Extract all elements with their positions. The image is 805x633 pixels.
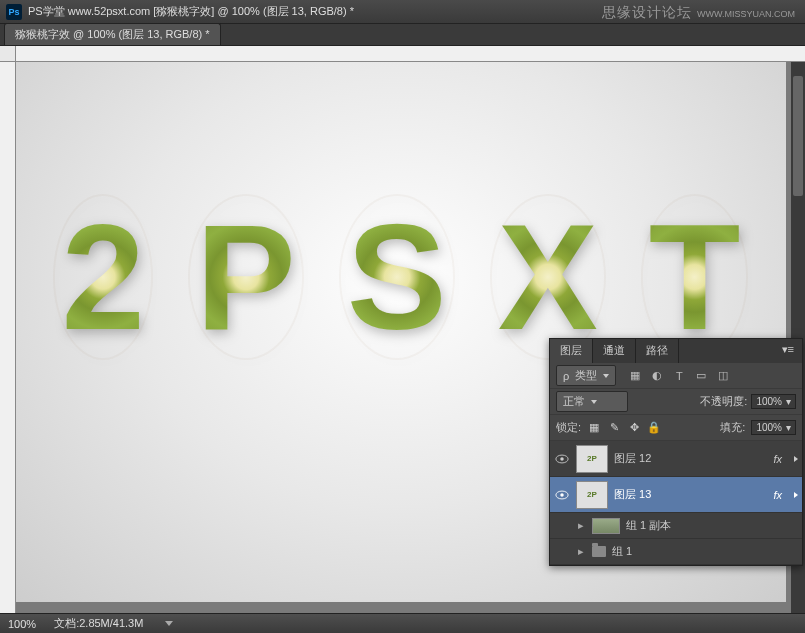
fx-badge[interactable]: fx: [773, 453, 784, 465]
statusbar-menu-icon[interactable]: [165, 621, 173, 626]
opacity-input[interactable]: 100%▾: [751, 394, 796, 409]
scrollbar-thumb[interactable]: [793, 76, 803, 196]
layer-name[interactable]: 图层 12: [614, 451, 651, 466]
layer-name[interactable]: 图层 13: [614, 487, 651, 502]
tab-paths[interactable]: 路径: [636, 339, 679, 363]
expand-icon[interactable]: ▸: [576, 519, 586, 532]
layer-list: 2P 图层 12 fx 2P 图层 13 fx ▸ 组 1 副本 ▸ 组 1: [550, 441, 802, 565]
filter-smart-icon[interactable]: ◫: [716, 369, 730, 383]
filter-adjust-icon[interactable]: ◐: [650, 369, 664, 383]
visibility-toggle[interactable]: [554, 544, 570, 560]
layer-filter-row: ρ类型 ▦ ◐ T ▭ ◫: [550, 363, 802, 389]
visibility-toggle[interactable]: [554, 451, 570, 467]
filter-shape-icon[interactable]: ▭: [694, 369, 708, 383]
folder-icon: [592, 546, 606, 557]
panel-menu-icon[interactable]: ▾≡: [774, 339, 802, 363]
fill-input[interactable]: 100%▾: [751, 420, 796, 435]
opacity-label: 不透明度:: [700, 394, 747, 409]
document-tabbar: 猕猴桃字效 @ 100% (图层 13, RGB/8) *: [0, 24, 805, 46]
layer-thumbnail[interactable]: 2P: [576, 445, 608, 473]
layer-name[interactable]: 组 1 副本: [626, 518, 671, 533]
expand-icon[interactable]: ▸: [576, 545, 586, 558]
fx-expand-icon[interactable]: [794, 492, 798, 498]
docsize[interactable]: 文档:2.85M/41.3M: [54, 616, 143, 631]
tab-channels[interactable]: 通道: [593, 339, 636, 363]
lock-paint-icon[interactable]: ✎: [607, 421, 621, 435]
artwork-text: 2 P S X T: [36, 202, 766, 352]
svg-point-3: [560, 493, 564, 497]
lock-label: 锁定:: [556, 420, 581, 435]
fx-badge[interactable]: fx: [773, 489, 784, 501]
ruler-vertical[interactable]: [0, 62, 16, 613]
ruler-horizontal[interactable]: [16, 46, 805, 62]
layer-name[interactable]: 组 1: [612, 544, 632, 559]
blend-row: 正常 不透明度: 100%▾: [550, 389, 802, 415]
group-thumbnail[interactable]: [592, 518, 620, 534]
tab-layers[interactable]: 图层: [550, 339, 593, 363]
visibility-toggle[interactable]: [554, 487, 570, 503]
fill-label: 填充:: [720, 420, 745, 435]
watermark: 思缘设计论坛 WWW.MISSYUAN.COM: [602, 4, 795, 22]
layer-row[interactable]: ▸ 组 1: [550, 539, 802, 565]
layers-panel: 图层 通道 路径 ▾≡ ρ类型 ▦ ◐ T ▭ ◫ 正常 不透明度: 100%▾…: [549, 338, 803, 566]
layer-row[interactable]: 2P 图层 13 fx: [550, 477, 802, 513]
statusbar: 100% 文档:2.85M/41.3M: [0, 613, 805, 633]
document-tab[interactable]: 猕猴桃字效 @ 100% (图层 13, RGB/8) *: [4, 23, 221, 45]
fx-expand-icon[interactable]: [794, 456, 798, 462]
blend-mode-dropdown[interactable]: 正常: [556, 391, 628, 412]
filter-type-icon[interactable]: T: [672, 369, 686, 383]
visibility-toggle[interactable]: [554, 518, 570, 534]
window-title: PS学堂 www.52psxt.com [猕猴桃字效] @ 100% (图层 1…: [28, 4, 354, 19]
svg-point-1: [560, 457, 564, 461]
ruler-corner: [0, 46, 16, 62]
layer-row[interactable]: ▸ 组 1 副本: [550, 513, 802, 539]
layer-thumbnail[interactable]: 2P: [576, 481, 608, 509]
zoom-level[interactable]: 100%: [8, 618, 36, 630]
panel-tabs: 图层 通道 路径 ▾≡: [550, 339, 802, 363]
lock-all-icon[interactable]: 🔒: [647, 421, 661, 435]
lock-row: 锁定: ▦ ✎ ✥ 🔒 填充: 100%▾: [550, 415, 802, 441]
filter-kind-dropdown[interactable]: ρ类型: [556, 365, 616, 386]
lock-transparency-icon[interactable]: ▦: [587, 421, 601, 435]
app-icon: Ps: [6, 4, 22, 20]
layer-row[interactable]: 2P 图层 12 fx: [550, 441, 802, 477]
lock-move-icon[interactable]: ✥: [627, 421, 641, 435]
filter-pixel-icon[interactable]: ▦: [628, 369, 642, 383]
